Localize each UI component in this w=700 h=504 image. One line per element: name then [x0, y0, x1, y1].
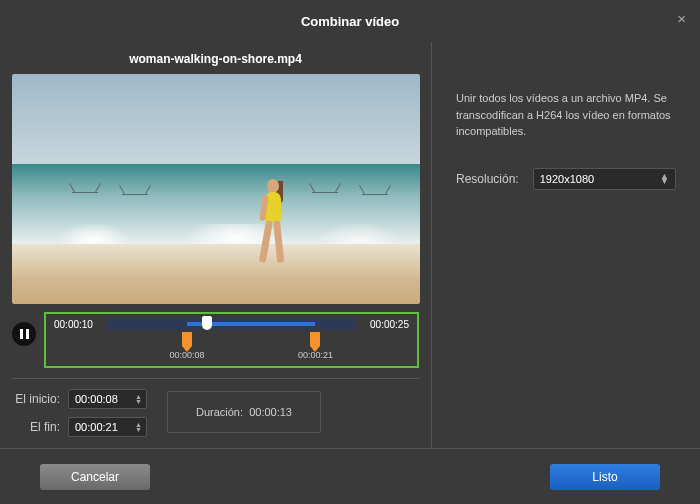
start-time-input-wrap: ▲▼ [68, 389, 147, 409]
close-icon[interactable]: × [677, 10, 686, 27]
play-pause-button[interactable] [12, 322, 36, 346]
playhead[interactable] [202, 316, 212, 330]
time-fields-row: El inicio: ▲▼ El fin: ▲▼ [12, 389, 419, 437]
end-label: El fin: [12, 420, 60, 434]
duration-value: 00:00:13 [249, 406, 292, 418]
file-name: woman-walking-on-shore.mp4 [12, 52, 419, 66]
trim-marker-row: 00:00:08 00:00:21 [108, 332, 355, 360]
resolution-select[interactable]: 1920x1080 ▲▼ [533, 168, 676, 190]
chevron-updown-icon: ▲▼ [660, 174, 669, 184]
left-panel: woman-walking-on-shore.mp4 [0, 42, 432, 448]
combine-video-modal: Combinar vídeo × woman-walking-on-shore.… [0, 0, 700, 504]
trim-start-handle[interactable] [182, 332, 192, 346]
resolution-label: Resolución: [456, 172, 519, 186]
modal-title: Combinar vídeo [0, 14, 700, 29]
end-time-stepper[interactable]: ▲▼ [135, 422, 142, 432]
end-time-input-wrap: ▲▼ [68, 417, 147, 437]
current-time: 00:00:10 [54, 319, 102, 330]
trim-start-label: 00:00:08 [170, 350, 205, 360]
start-time-input[interactable] [73, 392, 135, 406]
total-time: 00:00:25 [361, 319, 409, 330]
right-panel: Unir todos los vídeos a un archivo MP4. … [432, 42, 700, 448]
resolution-value: 1920x1080 [540, 173, 594, 185]
end-time-field: El fin: ▲▼ [12, 417, 147, 437]
description-text: Unir todos los vídeos a un archivo MP4. … [456, 90, 676, 140]
trim-end-handle[interactable] [310, 332, 320, 346]
playback-row: 00:00:10 00:00:25 00:00:08 00:00:21 [12, 312, 419, 368]
pause-icon [20, 329, 29, 339]
trim-end-label: 00:00:21 [298, 350, 333, 360]
done-button[interactable]: Listo [550, 464, 660, 490]
seek-track[interactable] [108, 318, 355, 330]
duration-display: Duración: 00:00:13 [167, 391, 321, 433]
modal-footer: Cancelar Listo [0, 448, 700, 504]
duration-label: Duración: [196, 406, 243, 418]
timeline-container: 00:00:10 00:00:25 00:00:08 00:00:21 [44, 312, 419, 368]
separator [12, 378, 419, 379]
start-time-field: El inicio: ▲▼ [12, 389, 147, 409]
video-preview[interactable] [12, 74, 420, 304]
resolution-row: Resolución: 1920x1080 ▲▼ [456, 168, 676, 190]
modal-body: woman-walking-on-shore.mp4 [0, 42, 700, 448]
start-time-stepper[interactable]: ▲▼ [135, 394, 142, 404]
start-label: El inicio: [12, 392, 60, 406]
cancel-button[interactable]: Cancelar [40, 464, 150, 490]
end-time-input[interactable] [73, 420, 135, 434]
